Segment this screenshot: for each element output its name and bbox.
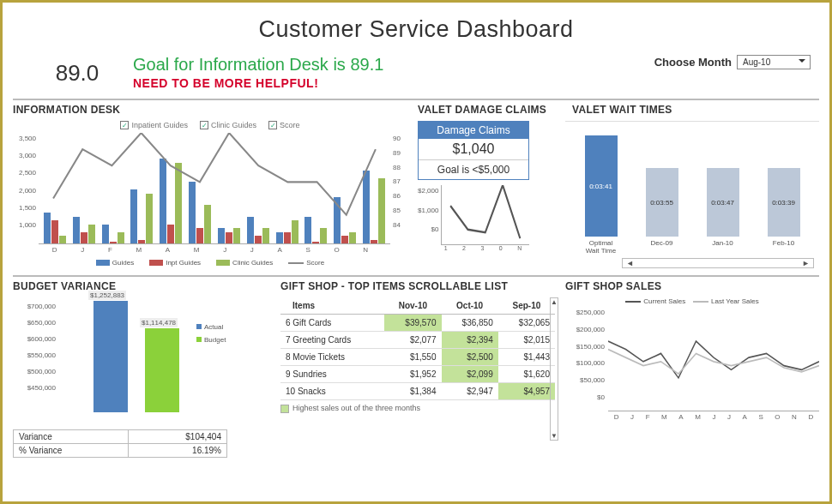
checkbox-inpatient-guides[interactable]: ✓Inpatient Guides bbox=[120, 121, 188, 129]
damage-claims-box: Damage Claims $1,040 Goal is <$5,000 bbox=[418, 121, 529, 180]
checkbox-score[interactable]: ✓Score bbox=[268, 121, 300, 129]
scroll-left-icon[interactable]: ◄ bbox=[623, 259, 637, 267]
damage-claims-x-axis: 1230N bbox=[418, 245, 529, 251]
budget-budget-label: $1,114,478 bbox=[140, 318, 178, 327]
budget-title: BUDGET VARIANCE bbox=[13, 280, 270, 292]
valet-wait-title: VALET WAIT TIMES bbox=[572, 104, 819, 116]
gift-shop-footnote: Highest sales out of the three months bbox=[280, 404, 555, 413]
gift-shop-top-items-panel: GIFT SHOP - TOP ITEMS SCROLLABLE LIST It… bbox=[280, 280, 555, 458]
valet-claims-title: VALET DAMAGE CLAIMS bbox=[418, 104, 555, 116]
table-row: % Variance16.19% bbox=[14, 444, 227, 458]
sales-chart bbox=[608, 309, 819, 411]
damage-claims-sparkline: $2,000$1,000$0 bbox=[418, 185, 529, 245]
goal-text: Goal for Information Desk is 89.1 bbox=[133, 55, 654, 75]
valet-damage-claims-panel: VALET DAMAGE CLAIMS Damage Claims $1,040… bbox=[418, 104, 555, 268]
info-desk-legend: Guides Inpt Guides Clinic Guides Score bbox=[13, 259, 407, 267]
alert-text: NEED TO BE MORE HELPFUL! bbox=[133, 76, 654, 90]
budget-variance-table: Variance$104,404 % Variance16.19% bbox=[13, 429, 227, 458]
sales-title: GIFT SHOP SALES bbox=[565, 280, 819, 292]
scroll-right-icon[interactable]: ► bbox=[799, 259, 813, 267]
info-desk-right-axis: 90898887868584 bbox=[390, 133, 407, 244]
valet-wait-chart: 0:03:410:03:550:03:470:03:39 bbox=[565, 121, 819, 237]
sales-x-axis: DJFMAMJJASOND bbox=[565, 413, 819, 421]
gift-shop-title: GIFT SHOP - TOP ITEMS SCROLLABLE LIST bbox=[280, 280, 555, 292]
information-desk-panel: INFORMATION DESK ✓Inpatient Guides ✓Clin… bbox=[13, 104, 407, 268]
main-score: 89.0 bbox=[21, 55, 133, 87]
damage-claims-goal: Goal is <$5,000 bbox=[419, 160, 528, 179]
gift-shop-sales-panel: GIFT SHOP SALES Current Sales Last Year … bbox=[565, 280, 819, 458]
table-row: 7 Greeting Cards$2,077$2,394$2,015 bbox=[280, 332, 555, 349]
info-desk-chart bbox=[39, 133, 390, 244]
choose-month-label: Choose Month bbox=[654, 56, 732, 69]
valet-wait-times-panel: VALET WAIT TIMES 0:03:410:03:550:03:470:… bbox=[565, 104, 819, 268]
valet-wait-x-axis: Optimal Wait TimeDec-09Jan-10Feb-10 bbox=[565, 237, 819, 255]
scroll-up-icon[interactable]: ▲ bbox=[551, 298, 558, 306]
sales-y-axis: $250,000$200,000$150,000$100,000$50,000$… bbox=[565, 309, 608, 411]
budget-variance-panel: BUDGET VARIANCE $700,000$650,000$600,000… bbox=[13, 280, 270, 458]
table-row: 6 Gift Cards$39,570$36,850$32,065 bbox=[280, 315, 555, 332]
month-dropdown[interactable]: Aug-10 bbox=[737, 55, 811, 69]
gift-shop-scrollbar[interactable]: ▲ ▼ bbox=[550, 297, 558, 441]
info-desk-left-axis: 3,5003,0002,5002,0001,5001,000 bbox=[13, 133, 39, 244]
gift-shop-table: Items Nov-10 Oct-10 Sep-10 6 Gift Cards$… bbox=[280, 297, 555, 400]
checkbox-clinic-guides[interactable]: ✓Clinic Guides bbox=[200, 121, 256, 129]
table-row: 9 Sundries$1,952$2,099$1,620 bbox=[280, 366, 555, 383]
budget-chart: $700,000$650,000$600,000$550,000$500,000… bbox=[13, 297, 270, 426]
scroll-down-icon[interactable]: ▼ bbox=[551, 432, 558, 440]
damage-claims-header: Damage Claims bbox=[419, 122, 528, 139]
top-summary-row: 89.0 Goal for Information Desk is 89.1 N… bbox=[13, 55, 819, 97]
budget-actual-label: $1,252,883 bbox=[88, 291, 126, 300]
budget-bar-actual bbox=[93, 301, 128, 412]
page-title: Customer Service Dashboard bbox=[13, 16, 819, 43]
valet-wait-scrollbar[interactable]: ◄► bbox=[622, 258, 814, 268]
table-row: Variance$104,404 bbox=[14, 430, 227, 444]
table-row: 8 Movie Tickets$1,550$2,500$1,443 bbox=[280, 349, 555, 366]
damage-claims-value: $1,040 bbox=[419, 139, 528, 160]
budget-bar-budget bbox=[145, 328, 179, 412]
sales-legend: Current Sales Last Year Sales bbox=[565, 297, 819, 305]
info-desk-x-axis: DJFMAMJJASON bbox=[13, 244, 407, 254]
table-row: 10 Snacks$1,384$2,947$4,957 bbox=[280, 383, 555, 400]
info-desk-title: INFORMATION DESK bbox=[13, 104, 407, 116]
